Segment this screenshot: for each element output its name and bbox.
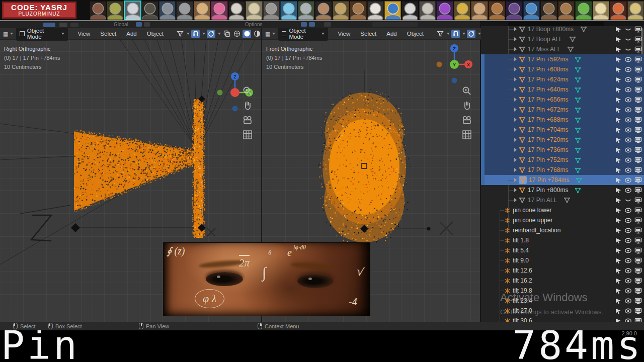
material-shading-icon[interactable] [253,30,261,38]
object-name-label[interactable]: tilt 19.8 [513,287,532,294]
visibility-toggle-icon[interactable] [624,318,632,322]
visibility-toggle-icon[interactable] [624,86,632,93]
outliner-row[interactable]: tilt 27.0 [481,306,644,316]
render-visibility-icon[interactable] [634,116,642,123]
object-name-label[interactable]: tilt 30.6 [513,317,532,322]
outliner-row[interactable]: tilt 12.6 [481,265,644,276]
outliner-row[interactable]: tilt 19.8 [481,286,644,296]
visibility-toggle-icon[interactable] [624,187,632,194]
expand-caret-icon[interactable] [514,128,517,132]
expand-caret-icon[interactable] [514,148,517,152]
visibility-toggle-icon[interactable] [624,56,632,63]
editor-type-icon[interactable]: ▦ [265,31,275,37]
selectable-toggle-icon[interactable] [615,257,622,264]
avatar-orisa[interactable] [107,1,123,20]
outliner-row[interactable]: 17 Pin +656ms [481,95,644,105]
render-visibility-icon[interactable] [634,197,642,204]
render-visibility-icon[interactable] [634,277,642,284]
visibility-toggle-icon[interactable] [624,288,632,294]
avatar-baptiste[interactable] [540,1,557,20]
visibility-toggle-icon[interactable] [624,247,632,254]
avatar-bastion[interactable] [246,1,262,20]
visibility-toggle-icon[interactable] [624,76,632,83]
selectable-toggle-icon[interactable] [615,116,622,123]
outliner-row[interactable]: tilt 5.4 [481,245,644,255]
snap-magnet-icon[interactable] [191,30,200,38]
avatar-ana[interactable] [523,1,540,20]
editor-type-icon[interactable]: ▦ [3,31,13,37]
object-name-label[interactable]: pin cone upper [513,217,552,224]
camera-view-icon[interactable] [242,115,253,126]
selectable-toggle-icon[interactable] [615,317,622,322]
render-visibility-icon[interactable] [634,307,642,314]
proportional-editing-icon[interactable] [467,30,475,38]
toggle-grid-icon[interactable] [461,129,472,140]
object-name-label[interactable]: 17 Pin +608ms [528,66,568,73]
expand-caret-icon[interactable] [514,138,517,142]
render-visibility-icon[interactable] [634,156,642,163]
render-visibility-icon[interactable] [634,227,642,234]
avatar-mercy[interactable] [593,1,609,20]
visibility-toggle-icon[interactable] [624,267,632,274]
object-name-label[interactable]: 17 Pin +640ms [528,86,568,93]
selectable-toggle-icon[interactable] [615,247,622,254]
outliner-row[interactable]: 17 Boop ALL [481,34,644,44]
selectable-toggle-icon[interactable] [615,287,622,294]
avatar-wrecking-ball[interactable] [194,1,210,20]
expand-caret-icon[interactable] [514,178,517,182]
object-name-label[interactable]: 17 Miss ALL [528,46,560,53]
outliner-row[interactable]: tilt 16.2 [481,276,644,286]
outliner-row[interactable]: pin cone lower [481,205,644,215]
avatar-winston[interactable] [176,1,193,20]
render-visibility-icon[interactable] [634,297,642,304]
avatar-widowmaker[interactable] [506,1,522,20]
expand-caret-icon[interactable] [514,47,517,51]
object-name-label[interactable]: pin cone lower [513,207,551,214]
avatar-soldier-76[interactable] [419,1,436,20]
visibility-toggle-icon[interactable] [624,157,632,163]
toggle-grid-icon[interactable] [242,129,253,140]
object-name-label[interactable]: 17 Pin +784ms [529,176,569,184]
expand-caret-icon[interactable] [514,37,517,41]
object-name-label[interactable]: 17 Pin +752ms [528,156,568,163]
avatar-sigma[interactable] [263,1,280,20]
object-mode-dropdown[interactable]: Object Mode [278,28,328,41]
object-name-label[interactable]: 17 Pin +624ms [528,76,568,83]
zoom-view-icon[interactable] [242,85,253,97]
pan-view-icon[interactable] [242,100,253,111]
object-name-label[interactable]: 17 Pin +672ms [528,106,568,113]
outliner-row[interactable]: pin cone upper [481,215,644,225]
avatar-roadhog-hat[interactable] [471,1,488,20]
outliner-row[interactable]: 17 Pin +768ms [481,165,644,175]
visibility-toggle-icon[interactable] [624,117,632,123]
outliner-row[interactable]: 17 Miss ALL [481,44,644,54]
visibility-toggle-icon[interactable] [624,147,632,153]
visibility-toggle-icon[interactable] [624,217,632,224]
visibility-toggle-icon[interactable] [624,197,632,204]
selectable-toggle-icon[interactable] [615,237,622,244]
xray-toggle-icon[interactable] [222,30,231,38]
object-name-label[interactable]: 17 Pin +768ms [528,166,568,173]
camera-view-icon[interactable] [461,115,472,126]
menu-view[interactable]: View [73,31,96,37]
selectable-toggle-icon[interactable] [615,187,622,194]
outliner-row[interactable]: 17 Pin +672ms [481,105,644,115]
pan-view-icon[interactable] [461,100,472,111]
object-name-label[interactable]: 17 Pin +720ms [528,136,568,143]
visibility-toggle-icon[interactable] [624,167,632,173]
menu-object[interactable]: Object [142,31,169,37]
visibility-toggle-icon[interactable] [624,137,632,143]
object-name-label[interactable]: 17 Pin +800ms [528,187,568,194]
outliner-row[interactable]: tilt 9.0 [481,255,644,265]
selectable-toggle-icon[interactable] [615,227,622,234]
expand-caret-icon[interactable] [514,27,517,31]
object-name-label[interactable]: tilt 23.4 [513,297,532,304]
expand-caret-icon[interactable] [514,67,517,71]
avatar-sigma-cap[interactable] [159,1,176,20]
selectable-toggle-icon[interactable] [615,126,622,133]
render-visibility-icon[interactable] [634,187,642,194]
selectable-toggle-icon[interactable] [615,86,622,93]
proportional-editing-icon[interactable] [207,30,215,38]
outliner-row[interactable]: 17 Pin +704ms [481,125,644,135]
expand-caret-icon[interactable] [514,168,517,172]
